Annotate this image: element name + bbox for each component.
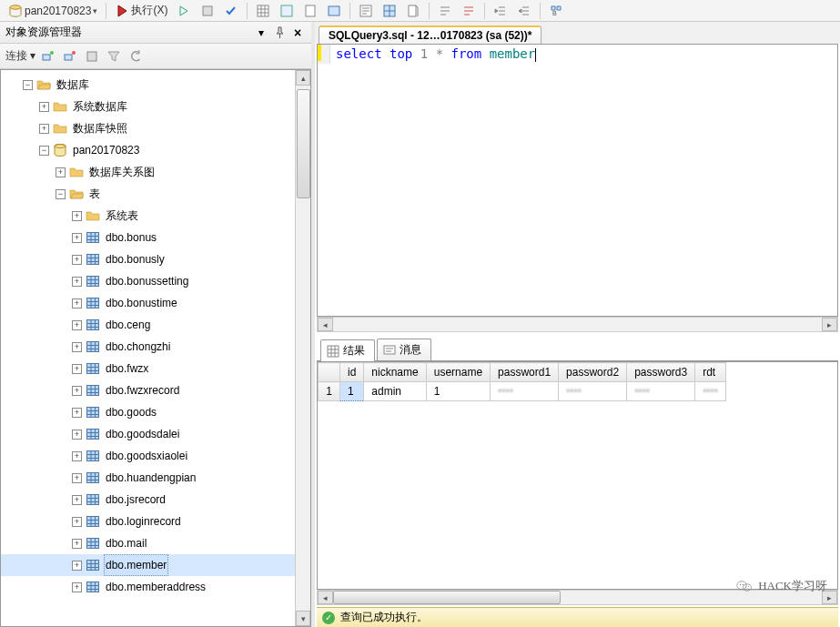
tree-node-table[interactable]: +dbo.memberaddress — [1, 576, 295, 598]
toolbar-button[interactable] — [403, 4, 423, 18]
refresh-button[interactable] — [127, 47, 145, 66]
tree-node-table[interactable]: +dbo.fwzx — [1, 358, 295, 379]
filter-button[interactable] — [105, 47, 123, 66]
connect-button[interactable] — [39, 47, 57, 66]
cell-password1[interactable]: •••• — [491, 382, 559, 401]
close-icon[interactable]: × — [289, 25, 306, 41]
column-header[interactable]: username — [426, 363, 490, 382]
scroll-thumb[interactable] — [297, 89, 310, 198]
tree-node-table[interactable]: +dbo.bonus — [1, 227, 295, 248]
column-header[interactable]: nickname — [364, 363, 426, 382]
cell-password2[interactable]: •••• — [559, 382, 627, 401]
vertical-scrollbar[interactable]: ▴ ▾ — [295, 70, 310, 626]
expand-icon[interactable]: + — [72, 582, 82, 592]
cell-password3[interactable]: •••• — [627, 382, 695, 401]
cell-username[interactable]: 1 — [426, 382, 490, 401]
table-row[interactable]: 11admin1•••••••••••••••• — [319, 382, 726, 401]
tree-node-table[interactable]: +dbo.chongzhi — [1, 336, 295, 358]
cell-nickname[interactable]: admin — [364, 382, 426, 401]
dropdown-icon[interactable]: ▾ — [253, 25, 269, 41]
collapse-icon[interactable]: − — [56, 189, 66, 199]
disconnect-button[interactable] — [61, 47, 79, 66]
scroll-down-icon[interactable]: ▾ — [296, 611, 310, 626]
cell-id[interactable]: 1 — [340, 382, 364, 401]
sql-code-line[interactable]: select top 1 * from member — [330, 45, 541, 64]
toolbar-button[interactable] — [459, 4, 479, 18]
column-header[interactable]: password2 — [559, 363, 627, 382]
tree-node-table[interactable]: +dbo.member — [1, 554, 295, 576]
tree-node-db-snapshots[interactable]: +数据库快照 — [1, 117, 295, 139]
debug-button[interactable] — [174, 4, 194, 18]
connect-label[interactable]: 连接 ▾ — [5, 48, 35, 64]
toolbar-button[interactable] — [380, 4, 400, 18]
column-header[interactable]: id — [340, 363, 364, 382]
cell-rdt[interactable]: •••• — [695, 382, 726, 401]
column-header[interactable]: rdt — [695, 363, 726, 382]
expand-icon[interactable]: + — [72, 495, 82, 505]
expand-icon[interactable]: + — [72, 211, 82, 221]
column-header[interactable]: password3 — [627, 363, 695, 382]
toolbar-button[interactable]: B — [546, 4, 566, 18]
expand-icon[interactable]: + — [72, 277, 82, 287]
tree-node-system-tables[interactable]: +系统表 — [1, 205, 295, 227]
expand-icon[interactable]: + — [72, 320, 82, 330]
stop-button[interactable] — [83, 47, 101, 66]
toolbar-button[interactable] — [300, 4, 320, 18]
expand-icon[interactable]: + — [72, 517, 82, 527]
tree-node-table[interactable]: +dbo.huandengpian — [1, 467, 295, 489]
tree-node-table[interactable]: +dbo.bonussetting — [1, 270, 295, 292]
tree-node-databases[interactable]: −数据库 — [1, 74, 295, 96]
scroll-left-icon[interactable]: ◂ — [318, 591, 333, 604]
expand-icon[interactable]: + — [72, 539, 82, 549]
scroll-track[interactable] — [297, 86, 310, 611]
object-tree[interactable]: −数据库+系统数据库+数据库快照−pan20170823+数据库关系图−表+系统… — [1, 70, 295, 626]
tree-node-current-db[interactable]: −pan20170823 — [1, 139, 295, 161]
expand-icon[interactable]: + — [72, 473, 82, 483]
parse-button[interactable] — [221, 4, 241, 18]
toolbar-button[interactable] — [324, 4, 344, 18]
collapse-icon[interactable]: − — [39, 146, 49, 156]
tree-node-tables[interactable]: −表 — [1, 183, 295, 205]
scroll-left-icon[interactable]: ◂ — [318, 318, 333, 331]
column-header[interactable]: password1 — [491, 363, 559, 382]
tree-node-table[interactable]: +dbo.fwzxrecord — [1, 379, 295, 401]
scroll-right-icon[interactable]: ▸ — [822, 318, 837, 331]
expand-icon[interactable]: + — [72, 451, 82, 461]
db-selector[interactable]: pan20170823 ▾ — [5, 4, 100, 18]
expand-icon[interactable]: + — [72, 408, 82, 418]
scroll-thumb[interactable] — [333, 591, 561, 604]
execute-button[interactable]: 执行(X) — [112, 3, 170, 18]
pin-icon[interactable] — [271, 25, 288, 41]
messages-tab[interactable]: 消息 — [377, 339, 431, 360]
tree-node-table[interactable]: +dbo.goods — [1, 401, 295, 423]
tree-node-table[interactable]: +dbo.bonusly — [1, 248, 295, 270]
toolbar-button[interactable] — [253, 4, 273, 18]
results-tab[interactable]: 结果 — [320, 339, 375, 361]
tree-node-table[interactable]: +dbo.ceng — [1, 314, 295, 336]
expand-icon[interactable]: + — [72, 342, 82, 352]
scroll-up-icon[interactable]: ▴ — [296, 70, 310, 86]
results-grid-container[interactable]: idnicknameusernamepassword1password2pass… — [317, 361, 838, 590]
expand-icon[interactable]: + — [72, 255, 82, 265]
tree-node-table[interactable]: +dbo.mail — [1, 532, 295, 554]
editor-horizontal-scrollbar[interactable]: ◂ ▸ — [317, 317, 838, 332]
expand-icon[interactable]: + — [39, 124, 49, 134]
tree-node-table[interactable]: +dbo.loginrecord — [1, 511, 295, 532]
expand-icon[interactable]: + — [39, 102, 49, 112]
toolbar-button[interactable] — [435, 4, 455, 18]
collapse-icon[interactable]: − — [23, 80, 33, 90]
expand-icon[interactable]: + — [72, 386, 82, 396]
tree-node-system-databases[interactable]: +系统数据库 — [1, 96, 295, 117]
expand-icon[interactable]: + — [72, 364, 82, 374]
results-grid[interactable]: idnicknameusernamepassword1password2pass… — [318, 362, 726, 401]
toolbar-button[interactable] — [491, 4, 511, 18]
toolbar-button[interactable] — [514, 4, 534, 18]
toolbar-button[interactable] — [277, 4, 297, 18]
tree-node-db-diagrams[interactable]: +数据库关系图 — [1, 161, 295, 183]
expand-icon[interactable]: + — [72, 561, 82, 571]
editor-tab[interactable]: SQLQuery3.sql - 12…0170823 (sa (52))* — [319, 25, 541, 44]
expand-icon[interactable]: + — [72, 233, 82, 243]
expand-icon[interactable]: + — [72, 298, 82, 308]
toolbar-button[interactable] — [356, 4, 376, 18]
tree-node-table[interactable]: +dbo.goodsdalei — [1, 423, 295, 445]
